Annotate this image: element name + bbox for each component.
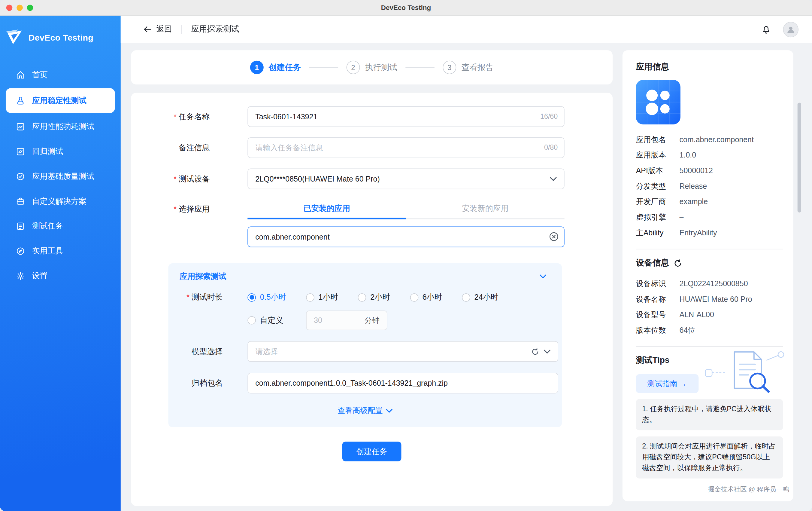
task-name-row: *任务名称 16/60: [131, 106, 613, 127]
model-select[interactable]: 请选择: [248, 341, 558, 362]
step-label: 创建任务: [269, 62, 301, 73]
remark-row: 备注信息 0/80: [131, 137, 613, 158]
radio-dot: [410, 293, 418, 301]
radio-dot: [462, 293, 470, 301]
duration-radio-group: 0.5小时 1小时 2小时 6小时 24小时: [248, 293, 518, 302]
info-row-package: 应用包名com.abner.component: [636, 132, 783, 147]
custom-minutes-input[interactable]: 30 分钟: [306, 311, 387, 330]
remark-input[interactable]: [248, 137, 564, 158]
create-task-button[interactable]: 创建任务: [342, 441, 402, 461]
sidebar: DevEco Testing 首页 应用稳定性测试: [0, 16, 121, 511]
explore-section-title: 应用探索测试: [180, 272, 226, 281]
model-select-placeholder: 请选择: [255, 347, 531, 356]
advanced-config-link[interactable]: 查看高级配置: [338, 406, 393, 416]
minutes-unit-label: 分钟: [365, 315, 380, 325]
sidebar-item-label: 应用性能功耗测试: [32, 122, 94, 131]
required-mark: *: [174, 204, 177, 213]
performance-chart-icon: [16, 122, 26, 131]
window-title: DevEco Testing: [381, 4, 431, 11]
app-select-label: *选择应用: [131, 199, 248, 214]
back-button[interactable]: 返回: [142, 24, 172, 34]
info-row-vendor: 开发厂商example: [636, 194, 783, 210]
radio-24h[interactable]: 24小时: [462, 293, 498, 302]
collapse-chevron-icon[interactable]: [540, 274, 546, 279]
sidebar-item-custom-solution[interactable]: 自定义解决方案: [0, 189, 121, 214]
brand-logo-icon: [5, 29, 25, 46]
vertical-scrollbar[interactable]: [798, 103, 801, 213]
archive-name-input[interactable]: [248, 373, 558, 394]
remark-counter: 0/80: [544, 137, 558, 158]
explore-test-section: 应用探索测试 *测试时长 0.5小时 1小时 2小时: [168, 263, 562, 427]
refresh-icon[interactable]: [531, 348, 539, 355]
chevron-down-icon: [386, 408, 393, 413]
flask-icon: [16, 96, 26, 106]
required-mark: *: [174, 174, 177, 183]
sidebar-item-utilities[interactable]: 实用工具: [0, 238, 121, 263]
sidebar-item-app-quality-test[interactable]: 应用基础质量测试: [0, 164, 121, 189]
tab-install-new-app[interactable]: 安装新的应用: [406, 199, 564, 219]
topbar-divider: [181, 25, 182, 34]
app-window: DevEco Testing DevEco Testing: [0, 0, 812, 511]
info-row-release-type: 分发类型Release: [636, 178, 783, 194]
task-name-input[interactable]: [248, 106, 564, 127]
user-avatar[interactable]: [783, 22, 799, 37]
minimize-window-button[interactable]: [17, 5, 23, 11]
step-number: 3: [443, 61, 456, 74]
sidebar-item-label: 自定义解决方案: [32, 196, 86, 206]
close-window-button[interactable]: [6, 5, 12, 11]
test-guide-button[interactable]: 测试指南 →: [636, 374, 698, 393]
device-info-list: 设备标识2LQ0224125000850 设备名称HUAWEI Mate 60 …: [636, 276, 783, 338]
radio-custom[interactable]: 自定义: [248, 315, 283, 325]
device-select[interactable]: 2LQ0****0850(HUAWEI Mate 60 Pro): [248, 168, 564, 189]
radio-6h[interactable]: 6小时: [410, 293, 442, 302]
tip-item-1: 1. 任务执行过程中，请避免PC进入休眠状态。: [636, 399, 783, 430]
document-magnifier-illustration: [704, 349, 786, 397]
info-row-device-id: 设备标识2LQ0224125000850: [636, 276, 783, 291]
device-info-title: 设备信息: [636, 258, 669, 268]
sidebar-item-app-stability-test[interactable]: 应用稳定性测试: [6, 88, 115, 113]
sidebar-item-app-performance-test[interactable]: 应用性能功耗测试: [0, 114, 121, 139]
task-list-icon: [16, 221, 26, 231]
app-icon: [636, 80, 680, 125]
compass-icon: [16, 246, 26, 256]
badge-check-icon: [16, 171, 26, 181]
info-row-device-model: 设备型号ALN-AL00: [636, 307, 783, 323]
panel-divider: [636, 346, 783, 347]
step-label: 查看报告: [462, 62, 494, 73]
sidebar-item-label: 回归测试: [32, 146, 63, 156]
sidebar-item-settings[interactable]: 设置: [0, 263, 121, 288]
task-name-counter: 16/60: [540, 106, 558, 127]
regression-cycle-icon: [16, 146, 26, 156]
gear-icon: [16, 271, 26, 281]
sidebar-item-label: 应用稳定性测试: [32, 96, 86, 106]
sidebar-item-label: 实用工具: [32, 246, 63, 256]
radio-dot: [358, 293, 366, 301]
radio-1h[interactable]: 1小时: [306, 293, 339, 302]
create-task-form: *任务名称 16/60 备注信息 0/80: [131, 93, 613, 506]
tips-section: 测试Tips 测试指南 → 1. 任务执行过程中，请避免PC进入休眠状态。 2.…: [636, 355, 783, 478]
radio-2h[interactable]: 2小时: [358, 293, 390, 302]
sidebar-item-test-tasks[interactable]: 测试任务: [0, 213, 121, 238]
brand: DevEco Testing: [0, 24, 121, 51]
refresh-device-icon[interactable]: [674, 259, 682, 267]
tab-installed-apps[interactable]: 已安装的应用: [248, 199, 406, 219]
sidebar-item-label: 应用基础质量测试: [32, 171, 94, 181]
radio-dot: [248, 316, 256, 325]
maximize-window-button[interactable]: [27, 5, 33, 11]
radio-0-5h[interactable]: 0.5小时: [248, 293, 286, 302]
window-controls: [6, 5, 33, 11]
sidebar-item-regression-test[interactable]: 回归测试: [0, 139, 121, 164]
radio-dot: [248, 293, 256, 301]
info-row-version: 应用版本1.0.0: [636, 147, 783, 163]
step-number: 2: [347, 61, 360, 74]
step-view-report: 3 查看报告: [443, 61, 493, 74]
notification-bell-icon[interactable]: [761, 24, 772, 34]
info-row-device-name: 设备名称HUAWEI Mate 60 Pro: [636, 291, 783, 307]
sidebar-item-home[interactable]: 首页: [0, 62, 121, 87]
device-select-value: 2LQ0****0850(HUAWEI Mate 60 Pro): [255, 174, 550, 183]
sidebar-item-label: 设置: [32, 271, 48, 281]
clear-input-icon[interactable]: [549, 232, 559, 242]
info-row-arch-bits: 版本位数64位: [636, 323, 783, 338]
app-search-input[interactable]: [248, 227, 564, 247]
step-connector: [309, 67, 339, 68]
